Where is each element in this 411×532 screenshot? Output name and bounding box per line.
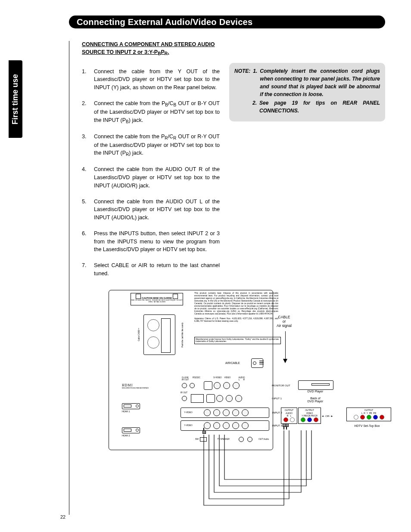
side-tab: First time use <box>9 60 22 138</box>
step-6: 6.Press the INPUTS button, then select I… <box>82 230 220 254</box>
step-7: 7.Select CABLE or AIR to return to the l… <box>82 261 220 278</box>
side-tab-label: First time use <box>11 74 20 124</box>
step-4: 4.Connect the cable from the AUDIO OUT R… <box>82 165 220 190</box>
step-3: 3.Connect the cable from the PR/CR OUT o… <box>82 133 220 158</box>
page-number: 22 <box>60 514 65 520</box>
steps-list: 1.Connect the cable from the Y OUT of th… <box>82 68 220 278</box>
step-5: 5.Connect the cable from the AUDIO OUT L… <box>82 198 220 222</box>
note-2: 2.See page 19 for tips on REAR PANEL CON… <box>252 99 380 115</box>
page-title: Connecting External Audio/Video Devices <box>77 17 252 27</box>
note-box: NOTE: 1.Completely insert the connection… <box>229 63 385 121</box>
vertical-rule <box>69 41 69 515</box>
note-label: NOTE: <box>234 67 250 75</box>
rear-panel-diagram: CAUTION MISE EN GARDE RISK OF ELECTRIC S… <box>96 290 406 514</box>
right-column: NOTE: 1.Completely insert the connection… <box>229 40 385 286</box>
note-1: 1.Completely insert the connection cord … <box>253 67 380 98</box>
left-column: CONNECTING A COMPONENT AND STEREO AUDIO … <box>82 40 220 286</box>
step-1: 1.Connect the cable from the Y OUT of th… <box>82 68 220 92</box>
sub-heading: CONNECTING A COMPONENT AND STEREO AUDIO … <box>82 40 220 57</box>
wire-paths <box>96 290 406 514</box>
step-2: 2.Connect the cable from the PB/CB OUT o… <box>82 100 220 125</box>
title-bar: Connecting External Audio/Video Devices <box>69 16 385 28</box>
